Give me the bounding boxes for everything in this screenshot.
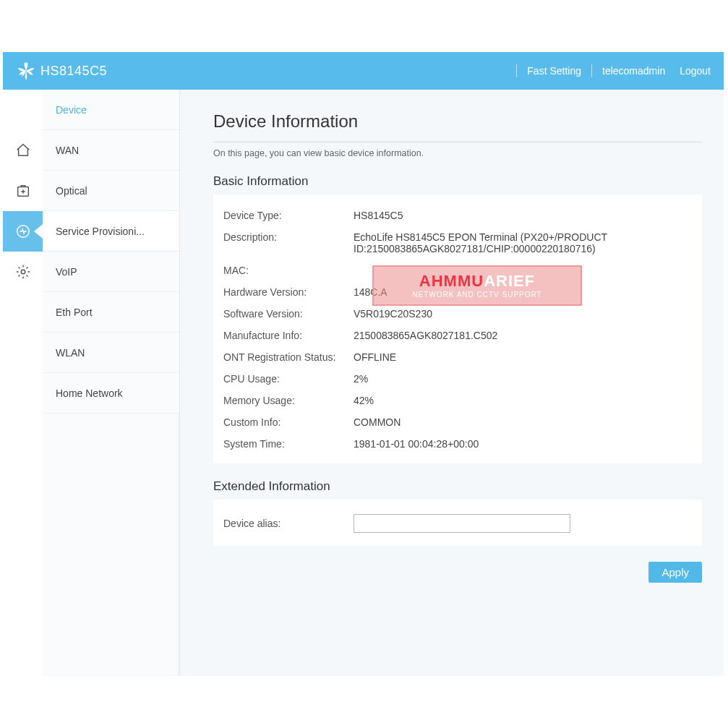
info-label: Device Type: <box>223 210 354 221</box>
ext-info-title: Extended Information <box>213 479 702 494</box>
row-cpu-usage: CPU Usage:2% <box>223 368 692 390</box>
info-label: System Time: <box>223 438 354 450</box>
sidebar-item-label: VoIP <box>56 266 77 278</box>
row-description: Description:EchoLife HS8145C5 EPON Termi… <box>223 226 692 260</box>
info-value: 2% <box>354 373 692 385</box>
row-device-type: Device Type:HS8145C5 <box>223 205 692 226</box>
sidebar-item-home-network[interactable]: Home Network <box>43 373 179 414</box>
model-label: HS8145C5 <box>40 64 107 79</box>
device-alias-input[interactable] <box>354 514 570 533</box>
sidebar-item-label: Service Provisioni... <box>56 226 145 237</box>
info-value: HS8145C5 <box>354 210 692 221</box>
row-memory-usage: Memory Usage:42% <box>223 390 692 411</box>
user-link[interactable]: telecomadmin <box>602 65 665 77</box>
apply-button[interactable]: Apply <box>648 562 702 583</box>
sidebar-item-label: WAN <box>56 145 79 156</box>
info-label: Description: <box>223 231 354 243</box>
info-value: 148C.A <box>354 286 692 298</box>
rail-plus-icon[interactable] <box>3 171 43 211</box>
basic-info-panel: Device Type:HS8145C5 Description:EchoLif… <box>213 194 702 463</box>
icon-rail <box>3 90 43 292</box>
info-label: Software Version: <box>223 308 354 320</box>
sidebar-item-label: WLAN <box>56 347 85 359</box>
info-label: ONT Registration Status: <box>223 351 354 363</box>
huawei-logo-icon <box>16 61 36 81</box>
app-header: HS8145C5 Fast Setting telecomadmin Logou… <box>3 52 724 90</box>
fast-setting-link[interactable]: Fast Setting <box>527 65 581 77</box>
sidebar: Device WAN Optical Service Provisioni...… <box>43 90 180 676</box>
logout-link[interactable]: Logout <box>680 65 711 77</box>
row-hardware-version: Hardware Version:148C.A <box>223 281 692 303</box>
info-label: MAC: <box>223 265 354 276</box>
main-content: Device Information On this page, you can… <box>180 90 724 676</box>
rail-home-icon[interactable] <box>3 130 43 171</box>
svg-point-2 <box>21 270 25 274</box>
sidebar-item-label: Optical <box>56 185 87 197</box>
sidebar-item-optical[interactable]: Optical <box>43 171 179 211</box>
sidebar-item-label: Device <box>56 104 87 116</box>
row-mac: MAC: <box>223 260 692 281</box>
sidebar-item-wlan[interactable]: WLAN <box>43 333 179 373</box>
ext-info-panel: Device alias: <box>213 500 702 546</box>
info-label: CPU Usage: <box>223 373 354 385</box>
page-desc: On this page, you can view basic device … <box>213 148 702 158</box>
sidebar-item-wan[interactable]: WAN <box>43 130 179 171</box>
header-divider <box>591 64 592 77</box>
info-value: 42% <box>354 395 692 406</box>
page-title: Device Information <box>213 111 702 132</box>
rail-settings-icon[interactable] <box>3 252 43 292</box>
info-value: EchoLife HS8145C5 EPON Terminal (PX20+/P… <box>354 231 692 254</box>
sidebar-item-label: Eth Port <box>56 307 93 318</box>
row-software-version: Software Version:V5R019C20S230 <box>223 303 692 325</box>
info-label: Memory Usage: <box>223 395 354 406</box>
info-value: OFFLINE <box>354 351 692 363</box>
info-label: Custom Info: <box>223 416 354 428</box>
sidebar-item-service-provisioning[interactable]: Service Provisioni... <box>43 211 179 252</box>
header-divider <box>516 64 517 77</box>
sidebar-item-voip[interactable]: VoIP <box>43 252 179 292</box>
sidebar-item-device[interactable]: Device <box>43 90 179 130</box>
row-manufacture-info: Manufacture Info:2150083865AGK8027181.C5… <box>223 325 692 346</box>
device-alias-label: Device alias: <box>223 518 354 529</box>
row-ont-status: ONT Registration Status:OFFLINE <box>223 346 692 368</box>
info-value: 1981-01-01 00:04:28+00:00 <box>354 438 692 450</box>
sidebar-item-label: Home Network <box>56 387 123 399</box>
row-custom-info: Custom Info:COMMON <box>223 411 692 433</box>
sidebar-item-eth-port[interactable]: Eth Port <box>43 292 179 333</box>
info-label: Hardware Version: <box>223 286 354 298</box>
info-value: COMMON <box>354 416 692 428</box>
title-rule <box>213 142 702 142</box>
info-value: V5R019C20S230 <box>354 308 692 320</box>
info-value: 2150083865AGK8027181.C502 <box>354 330 692 341</box>
row-system-time: System Time:1981-01-01 00:04:28+00:00 <box>223 433 692 455</box>
info-label: Manufacture Info: <box>223 330 354 341</box>
basic-info-title: Basic Information <box>213 174 702 189</box>
